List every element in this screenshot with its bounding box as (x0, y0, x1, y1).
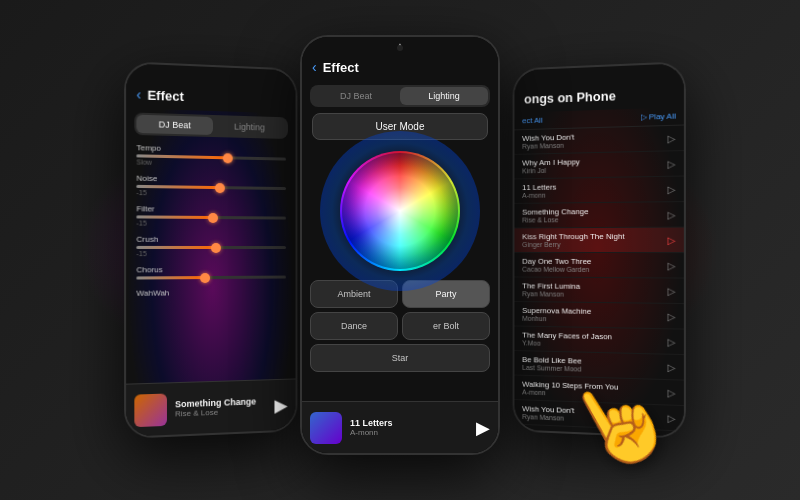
center-now-playing-artist: A-monn (350, 428, 468, 437)
song-artist: Cacao Mellow Garden (522, 266, 667, 274)
song-artist: Ryan Manson (522, 290, 667, 299)
effect-buttons-grid: Ambient Party Dance er Bolt Star (310, 280, 490, 372)
song-title: Kiss Right Through The Night (522, 232, 667, 241)
song-item[interactable]: The First Lumina Ryan Manson ▷ (514, 277, 683, 304)
left-crush-thumb[interactable] (211, 242, 221, 252)
play-icon[interactable]: ▷ (667, 310, 675, 321)
left-title: Effect (147, 87, 184, 103)
play-icon[interactable]: ▷ (667, 234, 675, 245)
phone-right: ongs on Phone ect All ▷ Play All Wish Yo… (513, 61, 686, 439)
scene: ‹ Effect DJ Beat Lighting Tempo Slow (0, 0, 800, 500)
left-back-arrow[interactable]: ‹ (136, 86, 141, 102)
play-icon[interactable]: ▷ (667, 158, 675, 169)
song-item[interactable]: Why Am I Happy Kirin Jol ▷ (514, 151, 683, 179)
right-screen: ongs on Phone ect All ▷ Play All Wish Yo… (514, 63, 683, 436)
song-item[interactable]: Kiss Right Through The Night Ginger Berr… (514, 228, 683, 254)
center-play-button[interactable]: ▶ (476, 417, 490, 439)
left-tab-dj-beat[interactable]: DJ Beat (136, 115, 212, 135)
play-icon[interactable]: ▷ (667, 209, 675, 220)
left-wahwah-label: WahWah (136, 287, 286, 297)
song-item[interactable]: Wish You Don't Ryan Manson ▷ (514, 126, 683, 155)
song-item[interactable]: Wish You Don't Ryan Manson ▷ (514, 400, 683, 432)
play-all-icon: ▷ (641, 112, 647, 121)
center-now-playing-title: 11 Letters (350, 418, 468, 428)
center-album-art (310, 412, 342, 444)
left-filter-thumb[interactable] (208, 212, 218, 222)
left-tempo-label: Tempo (136, 143, 286, 156)
song-info: Supernova Machine Monhun (522, 306, 667, 324)
song-info: Walking 10 Steps From You A-monn (522, 380, 667, 401)
play-icon[interactable]: ▷ (667, 361, 675, 372)
left-screen: ‹ Effect DJ Beat Lighting Tempo Slow (126, 63, 295, 436)
song-info: Something Change Rise & Lose (522, 206, 667, 223)
center-tab-dj-beat[interactable]: DJ Beat (312, 87, 400, 105)
left-tempo-section: Tempo Slow (126, 139, 295, 173)
song-info: 11 Letters A-monn (522, 181, 667, 199)
song-info: The First Lumina Ryan Manson (522, 281, 667, 298)
left-chorus-label: Chorus (136, 265, 286, 275)
play-icon[interactable]: ▷ (667, 285, 675, 296)
left-tempo-thumb[interactable] (222, 153, 232, 163)
song-item[interactable]: Day One Two Three Cacao Mellow Garden ▷ (514, 253, 683, 279)
song-artist: Ginger Berry (522, 241, 667, 248)
left-bottom-bar: Something Change Rise & Lose ▶ (126, 378, 295, 436)
song-artist: A-monn (522, 190, 667, 199)
left-chorus-section: Chorus (126, 261, 295, 285)
play-icon[interactable]: ▷ (667, 387, 675, 398)
left-tabs: DJ Beat Lighting (134, 113, 288, 139)
left-tab-lighting[interactable]: Lighting (213, 117, 286, 137)
left-noise-value: -15 (136, 189, 286, 198)
left-chorus-thumb[interactable] (200, 273, 210, 283)
song-item[interactable]: Supernova Machine Monhun ▷ (514, 302, 683, 330)
song-info: Wish You Don't Ryan Manson (522, 404, 667, 426)
effect-btn-bolt[interactable]: er Bolt (402, 312, 490, 340)
play-icon[interactable]: ▷ (667, 260, 675, 271)
song-item[interactable]: Something Change Rise & Lose ▷ (514, 202, 683, 228)
select-all-label[interactable]: ect All (522, 116, 542, 125)
left-chorus-track[interactable] (136, 276, 286, 280)
center-camera (397, 45, 403, 51)
song-info: Kiss Right Through The Night Ginger Berr… (522, 232, 667, 248)
right-title: ongs on Phone (524, 88, 616, 106)
effect-btn-star[interactable]: Star (310, 344, 490, 372)
center-tab-lighting[interactable]: Lighting (400, 87, 488, 105)
left-crush-fill (136, 246, 215, 249)
left-now-playing-info: Something Change Rise & Lose (175, 396, 267, 418)
left-header: ‹ Effect (126, 80, 295, 114)
song-artist: Rise & Lose (522, 215, 667, 223)
left-noise-thumb[interactable] (215, 183, 225, 193)
song-artist: Monhun (522, 315, 667, 324)
left-chorus-fill (136, 276, 205, 279)
left-crush-track[interactable] (136, 246, 286, 249)
left-now-playing-artist: Rise & Lose (175, 406, 267, 418)
center-tabs: DJ Beat Lighting (310, 85, 490, 107)
play-icon[interactable]: ▷ (667, 132, 675, 143)
song-item[interactable]: 11 Letters A-monn ▷ (514, 177, 683, 204)
play-all-button[interactable]: ▷ Play All (641, 112, 676, 122)
left-filter-fill (136, 215, 212, 219)
song-artist: Kirin Jol (522, 165, 667, 175)
song-info: Day One Two Three Cacao Mellow Garden (522, 257, 667, 274)
play-icon[interactable]: ▷ (667, 412, 675, 424)
left-noise-label: Noise (136, 174, 286, 185)
color-wheel-container (302, 146, 498, 276)
play-icon[interactable]: ▷ (667, 336, 675, 347)
song-info: The Many Faces of Jason Y.Moo (522, 331, 667, 350)
effect-btn-dance[interactable]: Dance (310, 312, 398, 340)
center-bottom-bar: 11 Letters A-monn ▶ (302, 401, 498, 453)
song-info: Wish You Don't Ryan Manson (522, 130, 667, 150)
song-info: Why Am I Happy Kirin Jol (522, 155, 667, 174)
play-icon[interactable]: ▷ (667, 183, 675, 194)
song-info: Be Bold Like Bee Last Summer Mood (522, 355, 667, 375)
song-list: Wish You Don't Ryan Manson ▷ Why Am I Ha… (514, 126, 683, 432)
center-back-arrow[interactable]: ‹ (312, 59, 317, 75)
left-filter-section: Filter -15 (126, 200, 295, 231)
center-title: Effect (323, 60, 359, 75)
left-album-art (134, 393, 167, 427)
left-noise-section: Noise -15 (126, 169, 295, 202)
color-wheel-glow (320, 131, 480, 291)
left-crush-label: Crush (136, 235, 286, 244)
left-play-button[interactable]: ▶ (274, 394, 287, 416)
phone-left: ‹ Effect DJ Beat Lighting Tempo Slow (124, 61, 297, 439)
left-crush-section: Crush -15 (126, 231, 295, 262)
